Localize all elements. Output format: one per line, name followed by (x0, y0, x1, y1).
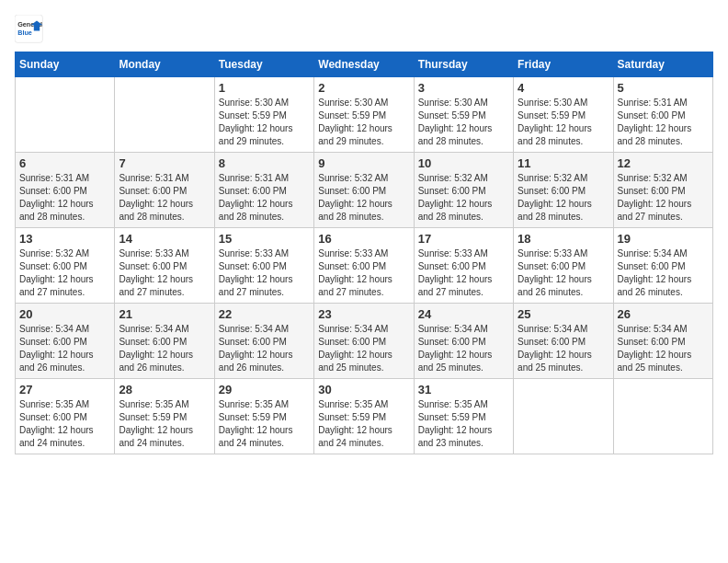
calendar-cell: 30Sunrise: 5:35 AM Sunset: 5:59 PM Dayli… (314, 379, 414, 454)
calendar-cell: 12Sunrise: 5:32 AM Sunset: 6:00 PM Dayli… (613, 153, 712, 228)
day-number: 27 (19, 383, 110, 396)
calendar-cell (115, 77, 214, 153)
weekday-header-monday: Monday (115, 52, 214, 77)
day-info: Sunrise: 5:35 AM Sunset: 5:59 PM Dayligh… (119, 398, 210, 450)
calendar-week-row: 1Sunrise: 5:30 AM Sunset: 5:59 PM Daylig… (16, 77, 713, 153)
day-info: Sunrise: 5:33 AM Sunset: 6:00 PM Dayligh… (119, 247, 210, 299)
calendar-cell: 6Sunrise: 5:31 AM Sunset: 6:00 PM Daylig… (16, 153, 115, 228)
day-number: 6 (19, 156, 110, 170)
day-number: 18 (518, 232, 609, 246)
day-info: Sunrise: 5:31 AM Sunset: 6:00 PM Dayligh… (119, 172, 210, 224)
day-info: Sunrise: 5:30 AM Sunset: 5:59 PM Dayligh… (219, 97, 310, 148)
calendar-cell: 9Sunrise: 5:32 AM Sunset: 6:00 PM Daylig… (314, 153, 414, 228)
weekday-header-tuesday: Tuesday (214, 52, 313, 77)
day-number: 20 (19, 307, 110, 321)
calendar-cell: 19Sunrise: 5:34 AM Sunset: 6:00 PM Dayli… (613, 228, 712, 304)
calendar-cell: 29Sunrise: 5:35 AM Sunset: 5:59 PM Dayli… (214, 379, 313, 454)
calendar-header-row: SundayMondayTuesdayWednesdayThursdayFrid… (16, 52, 713, 77)
day-number: 25 (518, 307, 609, 321)
calendar-cell: 5Sunrise: 5:31 AM Sunset: 6:00 PM Daylig… (613, 77, 712, 153)
day-number: 4 (518, 81, 609, 95)
day-info: Sunrise: 5:32 AM Sunset: 6:00 PM Dayligh… (19, 247, 110, 299)
weekday-header-friday: Friday (514, 52, 613, 77)
day-number: 2 (318, 81, 409, 95)
day-number: 29 (219, 383, 310, 396)
day-info: Sunrise: 5:32 AM Sunset: 6:00 PM Dayligh… (318, 172, 409, 224)
weekday-header-sunday: Sunday (16, 52, 115, 77)
day-info: Sunrise: 5:31 AM Sunset: 6:00 PM Dayligh… (19, 172, 110, 224)
calendar-cell (613, 379, 712, 454)
calendar-cell (514, 379, 613, 454)
svg-text:Blue: Blue (17, 29, 32, 37)
page-header: General Blue (15, 15, 713, 44)
day-info: Sunrise: 5:34 AM Sunset: 6:00 PM Dayligh… (219, 323, 310, 374)
day-info: Sunrise: 5:32 AM Sunset: 6:00 PM Dayligh… (518, 172, 609, 224)
day-info: Sunrise: 5:35 AM Sunset: 5:59 PM Dayligh… (219, 398, 310, 450)
day-number: 31 (418, 383, 509, 396)
day-number: 22 (219, 307, 310, 321)
calendar-week-row: 20Sunrise: 5:34 AM Sunset: 6:00 PM Dayli… (16, 304, 713, 379)
day-number: 8 (219, 156, 310, 170)
day-number: 19 (618, 232, 709, 246)
calendar-cell: 20Sunrise: 5:34 AM Sunset: 6:00 PM Dayli… (16, 304, 115, 379)
day-number: 1 (219, 81, 310, 95)
weekday-header-saturday: Saturday (613, 52, 712, 77)
calendar-cell: 10Sunrise: 5:32 AM Sunset: 6:00 PM Dayli… (414, 153, 513, 228)
day-number: 16 (318, 232, 409, 246)
calendar-cell: 3Sunrise: 5:30 AM Sunset: 5:59 PM Daylig… (414, 77, 513, 153)
calendar-cell: 14Sunrise: 5:33 AM Sunset: 6:00 PM Dayli… (115, 228, 214, 304)
calendar-table: SundayMondayTuesdayWednesdayThursdayFrid… (15, 52, 713, 454)
day-info: Sunrise: 5:32 AM Sunset: 6:00 PM Dayligh… (418, 172, 509, 224)
calendar-cell: 27Sunrise: 5:35 AM Sunset: 6:00 PM Dayli… (16, 379, 115, 454)
logo-icon: General Blue (15, 15, 44, 44)
day-info: Sunrise: 5:34 AM Sunset: 6:00 PM Dayligh… (618, 247, 709, 299)
calendar-cell: 8Sunrise: 5:31 AM Sunset: 6:00 PM Daylig… (214, 153, 313, 228)
calendar-cell: 28Sunrise: 5:35 AM Sunset: 5:59 PM Dayli… (115, 379, 214, 454)
calendar-cell (16, 77, 115, 153)
calendar-cell: 26Sunrise: 5:34 AM Sunset: 6:00 PM Dayli… (613, 304, 712, 379)
day-info: Sunrise: 5:34 AM Sunset: 6:00 PM Dayligh… (19, 323, 110, 374)
day-number: 28 (119, 383, 210, 396)
calendar-cell: 16Sunrise: 5:33 AM Sunset: 6:00 PM Dayli… (314, 228, 414, 304)
day-info: Sunrise: 5:32 AM Sunset: 6:00 PM Dayligh… (618, 172, 709, 224)
day-info: Sunrise: 5:34 AM Sunset: 6:00 PM Dayligh… (119, 323, 210, 374)
calendar-week-row: 27Sunrise: 5:35 AM Sunset: 6:00 PM Dayli… (16, 379, 713, 454)
day-info: Sunrise: 5:35 AM Sunset: 5:59 PM Dayligh… (418, 398, 509, 450)
day-info: Sunrise: 5:33 AM Sunset: 6:00 PM Dayligh… (418, 247, 509, 299)
day-info: Sunrise: 5:35 AM Sunset: 6:00 PM Dayligh… (19, 398, 110, 450)
day-number: 14 (119, 232, 210, 246)
day-info: Sunrise: 5:33 AM Sunset: 6:00 PM Dayligh… (518, 247, 609, 299)
calendar-cell: 7Sunrise: 5:31 AM Sunset: 6:00 PM Daylig… (115, 153, 214, 228)
calendar-cell: 23Sunrise: 5:34 AM Sunset: 6:00 PM Dayli… (314, 304, 414, 379)
day-number: 21 (119, 307, 210, 321)
day-number: 7 (119, 156, 210, 170)
day-number: 15 (219, 232, 310, 246)
day-info: Sunrise: 5:31 AM Sunset: 6:00 PM Dayligh… (219, 172, 310, 224)
calendar-week-row: 6Sunrise: 5:31 AM Sunset: 6:00 PM Daylig… (16, 153, 713, 228)
day-number: 17 (418, 232, 509, 246)
calendar-cell: 11Sunrise: 5:32 AM Sunset: 6:00 PM Dayli… (514, 153, 613, 228)
day-number: 10 (418, 156, 509, 170)
logo: General Blue (15, 15, 44, 44)
day-number: 9 (318, 156, 409, 170)
day-number: 23 (318, 307, 409, 321)
day-info: Sunrise: 5:30 AM Sunset: 5:59 PM Dayligh… (318, 97, 409, 148)
day-number: 13 (19, 232, 110, 246)
day-info: Sunrise: 5:30 AM Sunset: 5:59 PM Dayligh… (518, 97, 609, 148)
calendar-cell: 2Sunrise: 5:30 AM Sunset: 5:59 PM Daylig… (314, 77, 414, 153)
day-info: Sunrise: 5:33 AM Sunset: 6:00 PM Dayligh… (219, 247, 310, 299)
calendar-cell: 22Sunrise: 5:34 AM Sunset: 6:00 PM Dayli… (214, 304, 313, 379)
calendar-cell: 1Sunrise: 5:30 AM Sunset: 5:59 PM Daylig… (214, 77, 313, 153)
day-info: Sunrise: 5:33 AM Sunset: 6:00 PM Dayligh… (318, 247, 409, 299)
day-number: 11 (518, 156, 609, 170)
day-info: Sunrise: 5:34 AM Sunset: 6:00 PM Dayligh… (418, 323, 509, 374)
calendar-week-row: 13Sunrise: 5:32 AM Sunset: 6:00 PM Dayli… (16, 228, 713, 304)
day-info: Sunrise: 5:30 AM Sunset: 5:59 PM Dayligh… (418, 97, 509, 148)
day-number: 3 (418, 81, 509, 95)
day-number: 12 (618, 156, 709, 170)
day-info: Sunrise: 5:31 AM Sunset: 6:00 PM Dayligh… (618, 97, 709, 148)
day-info: Sunrise: 5:35 AM Sunset: 5:59 PM Dayligh… (318, 398, 409, 450)
day-number: 26 (618, 307, 709, 321)
day-number: 30 (318, 383, 409, 396)
weekday-header-thursday: Thursday (414, 52, 513, 77)
